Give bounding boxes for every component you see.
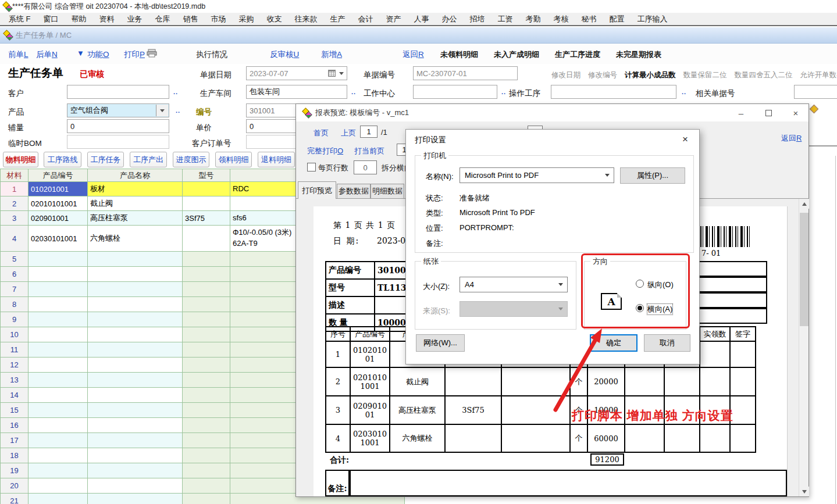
toolbar-report-link[interactable]: 未入产成明细 bbox=[494, 49, 539, 60]
form-option-link[interactable]: 数量四舍五入二位 bbox=[735, 70, 793, 80]
menu-item[interactable]: 秘书 bbox=[575, 14, 603, 24]
cell[interactable] bbox=[183, 373, 230, 388]
page-number-input[interactable]: 1 bbox=[360, 126, 377, 138]
menu-item[interactable]: 办公 bbox=[436, 14, 464, 24]
cell[interactable] bbox=[183, 448, 230, 463]
menu-item[interactable]: 资料 bbox=[93, 14, 121, 24]
row-number[interactable]: 17 bbox=[1, 433, 29, 448]
cell-code[interactable]: 010201001 bbox=[29, 182, 88, 196]
row-number[interactable]: 7 bbox=[1, 282, 29, 297]
cell[interactable] bbox=[29, 494, 88, 504]
workshop-lookup-dots[interactable]: .. bbox=[351, 88, 356, 95]
cell[interactable] bbox=[29, 403, 88, 418]
cell[interactable] bbox=[183, 312, 230, 327]
cell-code[interactable]: 020901001 bbox=[29, 211, 88, 226]
customer-lookup-dots[interactable]: .. bbox=[173, 88, 178, 95]
cell-name[interactable]: 板材 bbox=[88, 182, 183, 196]
first-page-button[interactable]: 首页 bbox=[314, 128, 329, 138]
cell[interactable] bbox=[183, 297, 230, 312]
close-icon[interactable]: × bbox=[786, 106, 805, 120]
detail-tab[interactable]: 工序任务 bbox=[87, 152, 124, 167]
cell[interactable] bbox=[183, 327, 230, 342]
menu-item[interactable]: 业务 bbox=[121, 14, 149, 24]
cell-model[interactable] bbox=[183, 182, 230, 196]
chevron-down-icon[interactable] bbox=[156, 105, 168, 116]
row-number[interactable]: 20 bbox=[1, 478, 29, 494]
row-number[interactable]: 4 bbox=[1, 226, 29, 252]
menu-item[interactable]: 考勤 bbox=[519, 14, 547, 24]
row-number[interactable]: 10 bbox=[1, 327, 29, 342]
menu-item[interactable]: 生产 bbox=[324, 14, 352, 24]
properties-button[interactable]: 属性(P)... bbox=[620, 167, 685, 184]
menu-item[interactable]: 销售 bbox=[177, 14, 205, 24]
operation-field[interactable] bbox=[551, 85, 676, 99]
menu-item[interactable]: 会计 bbox=[352, 14, 380, 24]
preview-tab[interactable]: 参数数据 bbox=[337, 184, 371, 199]
rows-per-page-input[interactable]: 0 bbox=[354, 160, 377, 174]
cell[interactable] bbox=[29, 342, 88, 358]
prev-page-button[interactable]: 上页 bbox=[341, 128, 356, 138]
cell[interactable] bbox=[183, 267, 230, 282]
temp-bom-field[interactable] bbox=[67, 135, 169, 149]
cell[interactable] bbox=[29, 297, 88, 312]
menu-item[interactable]: 招培 bbox=[464, 14, 491, 24]
preview-back-button[interactable]: 返回R bbox=[781, 133, 802, 144]
detail-tab[interactable]: 工序路线 bbox=[44, 152, 81, 167]
lookup-icon[interactable] bbox=[810, 105, 819, 114]
product-lookup-dots[interactable]: .. bbox=[176, 107, 180, 114]
cell[interactable] bbox=[29, 327, 88, 342]
cell-model[interactable] bbox=[183, 226, 230, 252]
form-option-link[interactable]: 允许开单数参 bbox=[800, 70, 837, 80]
cell[interactable] bbox=[88, 267, 183, 282]
menu-item[interactable]: 人事 bbox=[408, 14, 436, 24]
close-icon[interactable]: × bbox=[676, 132, 694, 147]
cell[interactable] bbox=[29, 358, 88, 373]
cell[interactable] bbox=[88, 388, 183, 403]
back-button[interactable]: 返回R bbox=[403, 49, 424, 60]
row-number[interactable]: 12 bbox=[1, 358, 29, 373]
scroll-up-icon[interactable] bbox=[799, 199, 809, 209]
customer-field[interactable] bbox=[67, 85, 169, 99]
cell[interactable] bbox=[88, 252, 183, 267]
form-option-link[interactable]: 数量保留二位 bbox=[683, 70, 727, 80]
menu-item[interactable]: 窗口 bbox=[37, 14, 65, 24]
calendar-icon[interactable] bbox=[328, 70, 336, 77]
rows-per-page-checkbox[interactable] bbox=[307, 163, 316, 171]
cell[interactable] bbox=[183, 358, 230, 373]
preview-tab[interactable]: 明细数据 bbox=[371, 184, 404, 199]
cell[interactable] bbox=[183, 342, 230, 358]
cell[interactable] bbox=[183, 494, 230, 504]
row-number[interactable]: 1 bbox=[1, 182, 29, 196]
function-button[interactable]: 功能O bbox=[87, 49, 109, 60]
form-option-link[interactable]: 计算最小成品数 bbox=[625, 70, 676, 80]
row-number[interactable]: 13 bbox=[1, 373, 29, 388]
related-doc-field[interactable] bbox=[794, 85, 837, 99]
paper-size-combo[interactable]: A4 bbox=[460, 277, 568, 292]
cell[interactable] bbox=[88, 494, 183, 504]
toolbar-report-link[interactable]: 生产工序进度 bbox=[555, 49, 600, 60]
row-number[interactable]: 18 bbox=[1, 448, 29, 463]
toolbar-report-link[interactable]: 未完星期报表 bbox=[616, 49, 661, 60]
cell[interactable] bbox=[88, 448, 183, 463]
menu-item[interactable]: 往来款 bbox=[289, 14, 324, 24]
detail-tab[interactable]: 工序产出 bbox=[130, 152, 167, 167]
row-number[interactable]: 16 bbox=[1, 418, 29, 433]
row-number[interactable]: 8 bbox=[1, 297, 29, 312]
next-doc-button[interactable]: 后单N bbox=[36, 49, 58, 60]
menu-item[interactable]: 系统 F bbox=[2, 14, 37, 24]
chevron-down-icon[interactable] bbox=[339, 72, 344, 75]
cell[interactable] bbox=[88, 463, 183, 478]
cell-model[interactable] bbox=[183, 196, 230, 211]
cell[interactable] bbox=[88, 358, 183, 373]
cell[interactable] bbox=[88, 312, 183, 327]
cell[interactable] bbox=[88, 403, 183, 418]
detail-tab[interactable]: 领料明细 bbox=[215, 152, 252, 167]
exec-status-button[interactable]: 执行情况 bbox=[196, 49, 227, 60]
cell[interactable] bbox=[29, 252, 88, 267]
cell[interactable] bbox=[29, 463, 88, 478]
scrollbar-thumb[interactable] bbox=[800, 213, 808, 326]
cell[interactable] bbox=[88, 342, 183, 358]
cell[interactable] bbox=[88, 418, 183, 433]
aux-qty-field[interactable]: 0 bbox=[67, 119, 169, 133]
cell[interactable] bbox=[29, 433, 88, 448]
